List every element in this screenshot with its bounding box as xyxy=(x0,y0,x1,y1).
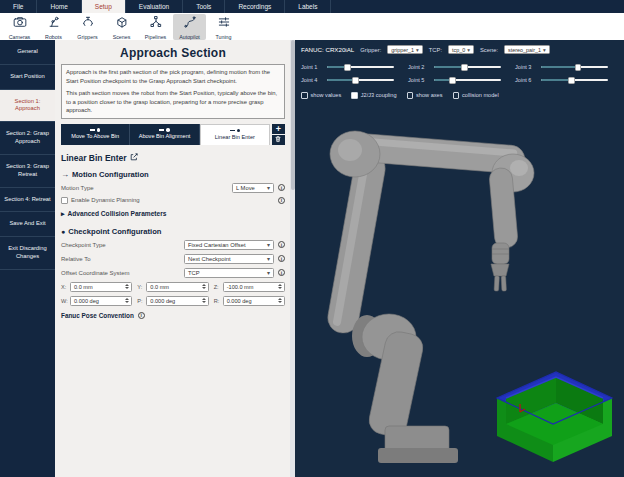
chevron-down-icon xyxy=(414,47,419,53)
x-offset-input[interactable]: 0.0 mm xyxy=(70,282,132,292)
w-rotation-input[interactable]: 0.000 deg xyxy=(70,296,132,306)
offset-coord-system-select[interactable]: TCP xyxy=(184,268,274,278)
sidebar-item-section1-approach[interactable]: Section 1: Approach xyxy=(0,90,55,123)
joint-3-slider[interactable] xyxy=(541,63,608,71)
chevron-down-icon xyxy=(264,255,270,262)
p-rotation-input[interactable]: 0.000 deg xyxy=(146,296,208,306)
chevron-down-icon xyxy=(264,269,270,276)
gripper-label: Gripper: xyxy=(360,47,381,53)
spinner-icon[interactable] xyxy=(202,284,206,289)
sidebar-item-start-position[interactable]: Start Position xyxy=(0,65,55,90)
motion-config-heading: Motion Configuration xyxy=(72,170,149,179)
joint-6-slider[interactable] xyxy=(541,76,608,84)
tcp-select[interactable]: tcp_0 xyxy=(448,45,474,54)
w-label: W: xyxy=(61,298,68,304)
tool-tuning[interactable]: Tuning xyxy=(207,14,240,40)
y-offset-input[interactable]: 0.0 mm xyxy=(146,282,208,292)
sidebar-item-section4-retreat[interactable]: Section 4: Retreat xyxy=(0,188,55,213)
tool-pipelines[interactable]: Pipelines xyxy=(139,14,172,40)
z-offset-input[interactable]: -100.0 mm xyxy=(223,282,285,292)
trash-icon xyxy=(274,135,282,145)
spinner-icon[interactable] xyxy=(202,298,206,303)
checkpoint-icon xyxy=(90,128,101,132)
info-icon[interactable] xyxy=(278,184,285,191)
info-icon[interactable] xyxy=(278,241,285,248)
dynamic-planning-checkbox[interactable] xyxy=(61,197,68,204)
joint-2-label: Joint 2 xyxy=(408,64,430,70)
joint-slider-grid: Joint 1 Joint 2 Joint 3 Joint 4 Joint 5 … xyxy=(301,63,618,84)
info-icon[interactable] xyxy=(278,255,285,262)
scene-label: Scene: xyxy=(480,47,498,53)
relative-to-select[interactable]: Next Checkpoint xyxy=(184,254,274,264)
checkpoint-icon xyxy=(159,128,170,132)
chevron-down-icon xyxy=(465,47,470,53)
menu-tools[interactable]: Tools xyxy=(183,0,225,13)
expander-triangle-icon[interactable] xyxy=(61,210,65,218)
menu-recordings[interactable]: Recordings xyxy=(225,0,285,13)
checkpoint-type-select[interactable]: Fixed Cartesian Offset xyxy=(184,240,274,250)
menu-setup[interactable]: Setup xyxy=(82,0,126,13)
scene-select[interactable]: stereo_pair_1 xyxy=(504,45,550,54)
spinner-icon[interactable] xyxy=(125,284,129,289)
viewport-options: show values J2/J3 coupling show axes col… xyxy=(301,92,618,99)
approach-form-panel: Approach Section Approach is the first p… xyxy=(55,40,295,477)
chevron-down-icon xyxy=(264,241,270,248)
y-label: Y: xyxy=(137,284,144,290)
info-icon[interactable] xyxy=(278,269,285,276)
checkpoint-name: Linear Bin Enter xyxy=(61,153,127,163)
joint-1-label: Joint 1 xyxy=(301,64,323,70)
menu-home[interactable]: Home xyxy=(37,0,81,13)
tab-move-to-above-bin[interactable]: Move To Above Bin xyxy=(61,124,130,145)
gripper-select[interactable]: gripper_1 xyxy=(387,45,423,54)
sidebar-item-section2-grasp-approach[interactable]: Section 2: Grasp Approach xyxy=(0,122,55,155)
j2j3-coupling-checkbox[interactable]: J2/J3 coupling xyxy=(351,92,396,99)
tool-robots[interactable]: Robots xyxy=(37,14,70,40)
r-rotation-input[interactable]: 0.000 deg xyxy=(223,296,285,306)
joint-4-slider[interactable] xyxy=(327,76,394,84)
advanced-collision-expander[interactable]: Advanced Collision Parameters xyxy=(68,210,167,217)
x-label: X: xyxy=(61,284,68,290)
spinner-icon[interactable] xyxy=(278,298,282,303)
chevron-down-icon xyxy=(264,184,270,191)
joint-1-slider[interactable] xyxy=(327,63,394,71)
show-values-checkbox[interactable]: show values xyxy=(301,92,341,99)
robot-arm-render[interactable] xyxy=(295,40,624,477)
sidebar-item-section3-grasp-retreat[interactable]: Section 3: Grasp Retreat xyxy=(0,155,55,188)
show-axes-checkbox[interactable]: show axes xyxy=(407,92,443,99)
add-checkpoint-button[interactable]: + xyxy=(272,124,285,134)
chevron-down-icon xyxy=(541,47,546,53)
arrow-right-icon xyxy=(61,170,69,179)
tool-grippers[interactable]: Grippers xyxy=(71,14,104,40)
offset-coord-system-label: Offset Coordinate System xyxy=(61,270,184,276)
motion-type-select[interactable]: L Move xyxy=(232,183,274,193)
info-icon[interactable] xyxy=(138,312,145,319)
menu-evaluation[interactable]: Evaluation xyxy=(126,0,183,13)
pipeline-icon xyxy=(148,15,164,33)
menu-labels[interactable]: Labels xyxy=(285,0,331,13)
tool-scenes[interactable]: Scenes xyxy=(105,14,138,40)
cube-icon xyxy=(114,15,130,33)
tab-linear-bin-enter[interactable]: Linear Bin Enter xyxy=(200,124,270,145)
robot-3d-viewport[interactable]: FANUC: CRX20iAL Gripper: gripper_1 TCP: … xyxy=(295,40,624,477)
checkpoint-tabs: Move To Above Bin Above Bin Alignment Li… xyxy=(61,124,285,145)
joint-2-slider[interactable] xyxy=(434,63,501,71)
delete-checkpoint-button[interactable] xyxy=(272,135,285,145)
tool-autopilot[interactable]: Autopilot xyxy=(173,14,206,40)
tab-above-bin-alignment[interactable]: Above Bin Alignment xyxy=(130,124,199,145)
info-icon[interactable] xyxy=(278,197,285,204)
motion-type-label: Motion Type xyxy=(61,185,232,191)
spinner-icon[interactable] xyxy=(125,298,129,303)
sidebar-item-save-and-exit[interactable]: Save And Exit xyxy=(0,212,55,237)
edit-icon[interactable] xyxy=(130,153,138,163)
menu-file[interactable]: File xyxy=(0,0,37,13)
robot-model-name: FANUC: CRX20iAL xyxy=(301,46,354,53)
sidebar-item-exit-discarding-changes[interactable]: Exit Discarding Changes xyxy=(0,237,55,270)
joint-5-slider[interactable] xyxy=(434,76,501,84)
page-title: Approach Section xyxy=(61,46,285,60)
bullet-icon xyxy=(61,227,65,236)
spinner-icon[interactable] xyxy=(278,284,282,289)
collision-model-checkbox[interactable]: collision model xyxy=(453,92,499,99)
joint-6-label: Joint 6 xyxy=(515,77,537,83)
sidebar-item-general[interactable]: General xyxy=(0,40,55,65)
tool-cameras[interactable]: Cameras xyxy=(3,14,36,40)
